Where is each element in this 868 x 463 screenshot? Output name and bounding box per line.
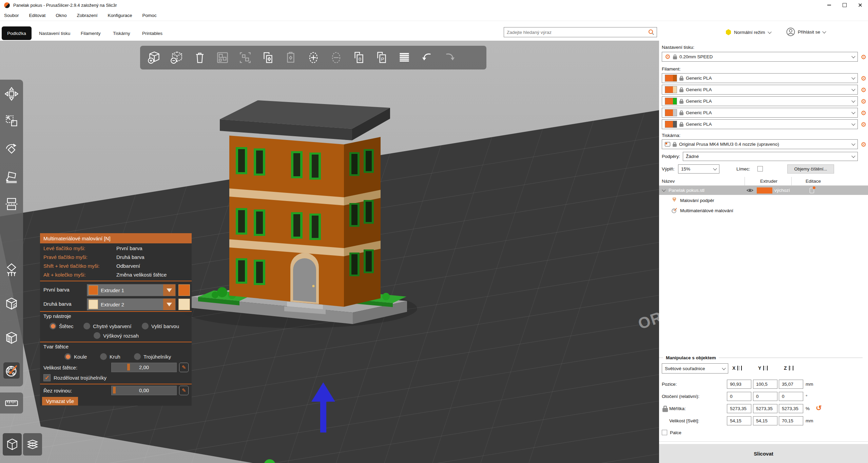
- menu-konfigurace[interactable]: Konfigurace: [108, 13, 132, 18]
- uniform-scale-lock-icon[interactable]: [662, 408, 668, 412]
- remove-instance-button[interactable]: [325, 47, 347, 68]
- minimize-button[interactable]: [821, 0, 837, 10]
- arrange-button[interactable]: [211, 47, 234, 68]
- eye-icon[interactable]: [747, 188, 753, 193]
- add-object-button[interactable]: [143, 47, 166, 68]
- shape-circle-radio[interactable]: Kruh: [100, 353, 120, 361]
- inches-checkbox[interactable]: [662, 430, 667, 435]
- measure-tool-button[interactable]: [3, 395, 20, 411]
- menu-zobrazeni[interactable]: Zobrazení: [77, 13, 98, 18]
- viewport-3d[interactable]: OR: [0, 41, 659, 463]
- shape-sphere-radio[interactable]: Koule: [64, 353, 87, 361]
- second-color-dropdown[interactable]: Extruder 2: [87, 298, 176, 310]
- mmu-painting-tool-button[interactable]: [3, 362, 20, 379]
- first-color-dropdown[interactable]: Extruder 1: [87, 284, 176, 296]
- tab-nastaveni-tisku[interactable]: Nastavení tisku: [39, 26, 70, 40]
- tab-podlozka[interactable]: Podložka: [2, 26, 32, 40]
- delete-all-button[interactable]: [188, 47, 211, 68]
- printer-combo[interactable]: Original Prusa MK4 MMU3 0.4 nozzle (upra…: [662, 139, 858, 149]
- seam-painting-tool-button[interactable]: [3, 296, 20, 312]
- filament-gear-button-3[interactable]: ⚙: [860, 98, 867, 105]
- scale-y-field[interactable]: 5273,35: [753, 404, 777, 413]
- paste-button[interactable]: [279, 47, 302, 68]
- position-x-field[interactable]: 90,93: [727, 380, 751, 389]
- brush-size-slider[interactable]: 2,00: [111, 363, 177, 372]
- col-header-name[interactable]: Název: [662, 179, 675, 184]
- cut-tool-button[interactable]: [3, 196, 20, 212]
- rotation-y-field[interactable]: 0: [753, 392, 777, 401]
- size-y-field[interactable]: 54,15: [753, 416, 777, 425]
- brush-size-edit-button[interactable]: [179, 363, 189, 372]
- checkbox-checked-icon[interactable]: [43, 374, 51, 381]
- scale-z-field[interactable]: 5273,35: [779, 404, 803, 413]
- object-tool-mmu-row[interactable]: Multimateriálové malování: [671, 207, 733, 214]
- shape-triangles-radio[interactable]: Trojúhelníky: [134, 353, 171, 361]
- maximize-button[interactable]: [837, 0, 852, 10]
- purge-volumes-button[interactable]: Objemy čištění...: [787, 164, 834, 174]
- size-x-field[interactable]: 54,15: [727, 416, 751, 425]
- menu-soubor[interactable]: Soubor: [4, 13, 19, 18]
- login-button[interactable]: Přihlásit se: [786, 26, 826, 37]
- filament-gear-button-5[interactable]: ⚙: [860, 121, 867, 128]
- menu-pomoc[interactable]: Pomoc: [142, 13, 156, 18]
- object-row[interactable]: Panelak pokus.stl výchozí: [659, 186, 868, 195]
- section-plane-edit-button[interactable]: [179, 386, 189, 395]
- tool-height-range-radio[interactable]: Výškový rozsah: [94, 331, 139, 340]
- tab-printables[interactable]: Printables: [142, 26, 162, 40]
- preview-view-button[interactable]: [23, 433, 42, 456]
- tool-bucket-fill-radio[interactable]: Vylití barvou: [142, 322, 179, 330]
- paint-supports-tool-button[interactable]: [3, 262, 20, 278]
- split-to-parts-button[interactable]: P: [370, 47, 393, 68]
- filament-combo-3[interactable]: Generic PLA: [662, 96, 858, 106]
- print-settings-combo[interactable]: ⚙ 0.20mm SPEED: [662, 52, 858, 62]
- editor-view-button[interactable]: [3, 433, 22, 456]
- position-y-field[interactable]: 100,5: [753, 380, 777, 389]
- filament-gear-button-2[interactable]: ⚙: [860, 86, 867, 94]
- arrange-selected-button[interactable]: [234, 47, 256, 68]
- split-triangles-checkbox-row[interactable]: Rozdělovat trojúhelníky: [43, 374, 107, 381]
- tool-smart-fill-radio[interactable]: Chytré vybarvení: [83, 322, 131, 330]
- dropdown-arrow-icon[interactable]: [163, 299, 175, 310]
- fuzzy-skin-tool-button[interactable]: [3, 330, 20, 346]
- col-header-extruder[interactable]: Extruder: [760, 179, 777, 184]
- search-icon[interactable]: [648, 29, 655, 36]
- object-tool-supports-row[interactable]: Malování podpěr: [671, 197, 714, 203]
- filament-combo-4[interactable]: Generic PLA: [662, 108, 858, 118]
- menu-okno[interactable]: Okno: [56, 13, 66, 18]
- undo-button[interactable]: [416, 47, 438, 68]
- place-on-face-tool-button[interactable]: [3, 169, 20, 185]
- slice-button[interactable]: Slicovat: [659, 444, 868, 463]
- scale-tool-button[interactable]: [3, 113, 20, 129]
- section-plane-slider[interactable]: 0,00: [111, 386, 177, 395]
- col-header-editace[interactable]: Editace: [806, 179, 821, 184]
- filament-gear-button-4[interactable]: ⚙: [860, 109, 867, 117]
- copy-button[interactable]: [256, 47, 279, 68]
- coordinates-combo[interactable]: Světové souřadnice: [662, 363, 728, 374]
- filament-combo-5[interactable]: Generic PLA: [662, 119, 858, 129]
- clear-all-button[interactable]: Vymazat vše: [42, 397, 78, 405]
- add-instance-button[interactable]: [302, 47, 325, 68]
- menu-editovat[interactable]: Editovat: [29, 13, 46, 18]
- rotation-x-field[interactable]: 0: [727, 392, 751, 401]
- first-color-preview-swatch[interactable]: [178, 284, 190, 296]
- dropdown-arrow-icon[interactable]: [163, 284, 175, 296]
- filament-combo-1[interactable]: Generic PLA: [662, 73, 858, 83]
- redo-button[interactable]: [438, 47, 461, 68]
- tab-tiskarny[interactable]: Tiskárny: [113, 26, 130, 40]
- second-color-preview-swatch[interactable]: [178, 299, 190, 310]
- filament-combo-2[interactable]: Generic PLA: [662, 85, 858, 95]
- collapse-icon[interactable]: [662, 188, 666, 192]
- supports-combo[interactable]: Žádné: [683, 152, 858, 161]
- brim-checkbox[interactable]: [757, 166, 763, 172]
- tab-filamenty[interactable]: Filamenty: [81, 26, 101, 40]
- search-input[interactable]: [504, 30, 648, 35]
- rotation-z-field[interactable]: 0: [779, 392, 803, 401]
- tool-brush-radio[interactable]: Štětec: [50, 322, 74, 330]
- object-settings-icon[interactable]: [810, 188, 814, 193]
- filament-gear-button-1[interactable]: ⚙: [860, 75, 867, 82]
- variable-layer-height-button[interactable]: [393, 47, 416, 68]
- rotate-tool-button[interactable]: [3, 142, 20, 158]
- remove-object-button[interactable]: [166, 47, 188, 68]
- print-settings-gear-button[interactable]: ⚙: [860, 53, 867, 61]
- object-extruder-swatch[interactable]: [757, 187, 772, 194]
